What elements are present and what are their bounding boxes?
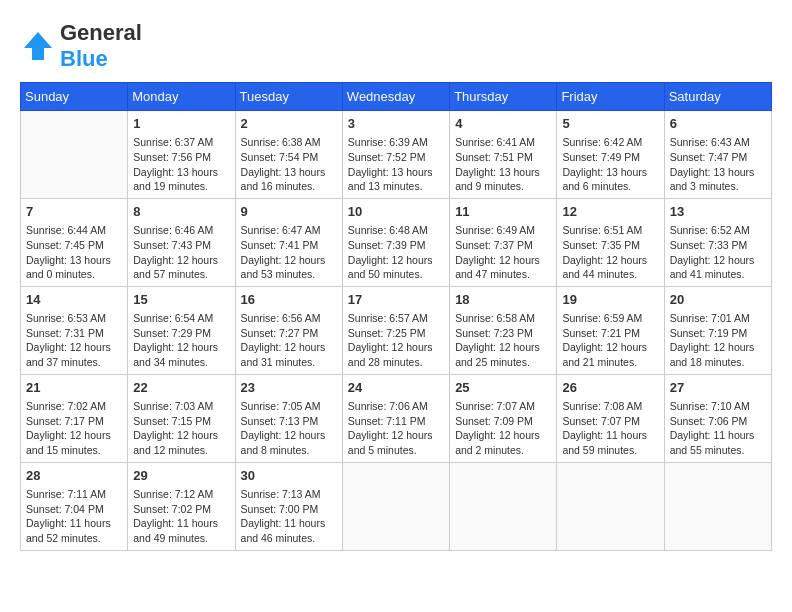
day-info: and 15 minutes. — [26, 443, 122, 458]
day-info: Sunrise: 6:48 AM — [348, 223, 444, 238]
day-info: and 3 minutes. — [670, 179, 766, 194]
day-info: Daylight: 12 hours — [562, 253, 658, 268]
day-info: Daylight: 12 hours — [670, 340, 766, 355]
day-info: Daylight: 12 hours — [455, 428, 551, 443]
day-info: Sunset: 7:13 PM — [241, 414, 337, 429]
day-info: Sunrise: 6:54 AM — [133, 311, 229, 326]
day-info: and 49 minutes. — [133, 531, 229, 546]
day-number: 30 — [241, 467, 337, 485]
day-info: Daylight: 11 hours — [670, 428, 766, 443]
day-info: Daylight: 11 hours — [133, 516, 229, 531]
day-number: 11 — [455, 203, 551, 221]
day-number: 17 — [348, 291, 444, 309]
day-info: Sunset: 7:54 PM — [241, 150, 337, 165]
day-info: Sunrise: 7:12 AM — [133, 487, 229, 502]
day-info: and 9 minutes. — [455, 179, 551, 194]
calendar-cell — [21, 111, 128, 199]
day-info: and 16 minutes. — [241, 179, 337, 194]
calendar-cell: 28Sunrise: 7:11 AMSunset: 7:04 PMDayligh… — [21, 462, 128, 550]
calendar-table: SundayMondayTuesdayWednesdayThursdayFrid… — [20, 82, 772, 551]
day-info: Sunset: 7:56 PM — [133, 150, 229, 165]
day-info: Sunrise: 7:07 AM — [455, 399, 551, 414]
calendar-cell: 30Sunrise: 7:13 AMSunset: 7:00 PMDayligh… — [235, 462, 342, 550]
day-info: Sunset: 7:23 PM — [455, 326, 551, 341]
day-info: Daylight: 11 hours — [26, 516, 122, 531]
week-row-5: 28Sunrise: 7:11 AMSunset: 7:04 PMDayligh… — [21, 462, 772, 550]
day-info: and 44 minutes. — [562, 267, 658, 282]
calendar-cell: 24Sunrise: 7:06 AMSunset: 7:11 PMDayligh… — [342, 374, 449, 462]
day-info: Daylight: 13 hours — [670, 165, 766, 180]
day-info: Sunset: 7:29 PM — [133, 326, 229, 341]
day-info: Daylight: 12 hours — [241, 340, 337, 355]
day-info: and 21 minutes. — [562, 355, 658, 370]
calendar-cell: 29Sunrise: 7:12 AMSunset: 7:02 PMDayligh… — [128, 462, 235, 550]
day-info: Sunrise: 6:49 AM — [455, 223, 551, 238]
day-number: 5 — [562, 115, 658, 133]
calendar-cell: 15Sunrise: 6:54 AMSunset: 7:29 PMDayligh… — [128, 286, 235, 374]
calendar-cell: 11Sunrise: 6:49 AMSunset: 7:37 PMDayligh… — [450, 198, 557, 286]
day-info: Daylight: 12 hours — [26, 428, 122, 443]
day-number: 9 — [241, 203, 337, 221]
day-info: and 19 minutes. — [133, 179, 229, 194]
calendar-cell: 13Sunrise: 6:52 AMSunset: 7:33 PMDayligh… — [664, 198, 771, 286]
calendar-cell: 3Sunrise: 6:39 AMSunset: 7:52 PMDaylight… — [342, 111, 449, 199]
day-info: Sunset: 7:31 PM — [26, 326, 122, 341]
day-info: Sunset: 7:02 PM — [133, 502, 229, 517]
day-info: Sunrise: 6:46 AM — [133, 223, 229, 238]
day-info: Daylight: 12 hours — [348, 340, 444, 355]
day-info: Daylight: 12 hours — [133, 253, 229, 268]
day-info: Sunrise: 6:59 AM — [562, 311, 658, 326]
page-header: General Blue — [20, 20, 772, 72]
day-info: and 47 minutes. — [455, 267, 551, 282]
day-info: Sunset: 7:27 PM — [241, 326, 337, 341]
day-info: and 46 minutes. — [241, 531, 337, 546]
day-info: Daylight: 12 hours — [348, 428, 444, 443]
day-info: and 6 minutes. — [562, 179, 658, 194]
day-info: Daylight: 13 hours — [562, 165, 658, 180]
logo: General Blue — [20, 20, 142, 72]
day-info: Sunrise: 6:58 AM — [455, 311, 551, 326]
calendar-header-row: SundayMondayTuesdayWednesdayThursdayFrid… — [21, 83, 772, 111]
calendar-cell: 16Sunrise: 6:56 AMSunset: 7:27 PMDayligh… — [235, 286, 342, 374]
header-wednesday: Wednesday — [342, 83, 449, 111]
calendar-cell: 19Sunrise: 6:59 AMSunset: 7:21 PMDayligh… — [557, 286, 664, 374]
day-info: Sunset: 7:25 PM — [348, 326, 444, 341]
calendar-cell: 2Sunrise: 6:38 AMSunset: 7:54 PMDaylight… — [235, 111, 342, 199]
day-number: 21 — [26, 379, 122, 397]
day-number: 29 — [133, 467, 229, 485]
day-info: and 12 minutes. — [133, 443, 229, 458]
calendar-cell: 10Sunrise: 6:48 AMSunset: 7:39 PMDayligh… — [342, 198, 449, 286]
day-info: and 28 minutes. — [348, 355, 444, 370]
day-info: Sunrise: 6:56 AM — [241, 311, 337, 326]
day-info: Sunrise: 6:43 AM — [670, 135, 766, 150]
day-info: Sunrise: 6:52 AM — [670, 223, 766, 238]
day-info: and 57 minutes. — [133, 267, 229, 282]
day-number: 18 — [455, 291, 551, 309]
day-info: Sunrise: 7:01 AM — [670, 311, 766, 326]
day-number: 12 — [562, 203, 658, 221]
day-info: and 50 minutes. — [348, 267, 444, 282]
day-number: 28 — [26, 467, 122, 485]
day-number: 2 — [241, 115, 337, 133]
day-info: Sunset: 7:51 PM — [455, 150, 551, 165]
day-info: Daylight: 12 hours — [348, 253, 444, 268]
calendar-cell: 6Sunrise: 6:43 AMSunset: 7:47 PMDaylight… — [664, 111, 771, 199]
day-info: Sunset: 7:43 PM — [133, 238, 229, 253]
calendar-cell: 18Sunrise: 6:58 AMSunset: 7:23 PMDayligh… — [450, 286, 557, 374]
calendar-cell: 4Sunrise: 6:41 AMSunset: 7:51 PMDaylight… — [450, 111, 557, 199]
week-row-4: 21Sunrise: 7:02 AMSunset: 7:17 PMDayligh… — [21, 374, 772, 462]
day-info: and 52 minutes. — [26, 531, 122, 546]
day-info: Sunset: 7:33 PM — [670, 238, 766, 253]
day-info: and 8 minutes. — [241, 443, 337, 458]
day-info: Daylight: 12 hours — [455, 340, 551, 355]
calendar-cell: 27Sunrise: 7:10 AMSunset: 7:06 PMDayligh… — [664, 374, 771, 462]
calendar-cell: 26Sunrise: 7:08 AMSunset: 7:07 PMDayligh… — [557, 374, 664, 462]
day-info: Daylight: 12 hours — [562, 340, 658, 355]
day-number: 1 — [133, 115, 229, 133]
day-number: 26 — [562, 379, 658, 397]
day-info: Sunset: 7:41 PM — [241, 238, 337, 253]
header-thursday: Thursday — [450, 83, 557, 111]
day-info: and 34 minutes. — [133, 355, 229, 370]
day-info: Sunset: 7:15 PM — [133, 414, 229, 429]
day-info: Sunset: 7:19 PM — [670, 326, 766, 341]
